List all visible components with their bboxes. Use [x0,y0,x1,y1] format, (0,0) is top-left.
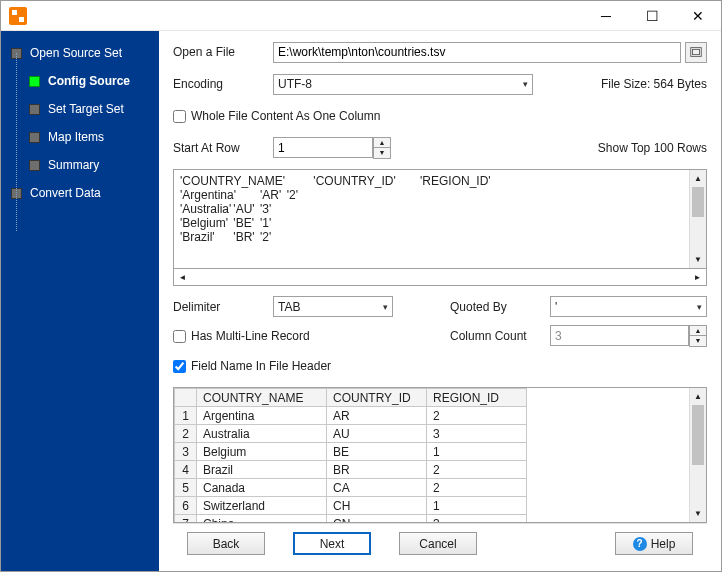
file-preview-content: 'COUNTRY_NAME' 'COUNTRY_ID' 'REGION_ID' … [174,170,689,268]
cancel-button[interactable]: Cancel [399,532,477,555]
sidebar-item-label: Set Target Set [48,102,124,116]
table-row[interactable]: 6SwitzerlandCH1 [175,497,527,515]
grid-cell[interactable]: Argentina [197,407,327,425]
whole-file-check-label: Whole File Content As One Column [191,109,380,123]
table-row[interactable]: 1ArgentinaAR2 [175,407,527,425]
grid-cell[interactable]: Switzerland [197,497,327,515]
grid-row-number: 6 [175,497,197,515]
table-row[interactable]: 4BrazilBR2 [175,461,527,479]
grid-cell[interactable]: Brazil [197,461,327,479]
start-row-input[interactable] [273,137,373,158]
delimiter-value: TAB [278,300,300,314]
open-file-input[interactable] [273,42,681,63]
back-button[interactable]: Back [187,532,265,555]
grid-cell[interactable]: 1 [427,443,527,461]
file-preview: 'COUNTRY_NAME' 'COUNTRY_ID' 'REGION_ID' … [173,169,707,269]
scroll-down-icon[interactable]: ▼ [690,251,706,268]
scroll-up-icon[interactable]: ▲ [690,170,706,187]
wizard-footer: Back Next Cancel ? Help [173,523,707,563]
grid-row-number: 3 [175,443,197,461]
table-row[interactable]: 3BelgiumBE1 [175,443,527,461]
next-button[interactable]: Next [293,532,371,555]
sidebar-item-label: Open Source Set [30,46,122,60]
scroll-up-icon[interactable]: ▲ [690,388,706,405]
chevron-down-icon: ▾ [523,79,528,89]
multi-line-check-input[interactable] [173,330,186,343]
scroll-thumb[interactable] [692,187,704,217]
sidebar-item-summary[interactable]: Summary [1,151,159,179]
grid-row-number: 1 [175,407,197,425]
sidebar-item-label: Map Items [48,130,104,144]
grid-cell[interactable]: Australia [197,425,327,443]
grid-cell[interactable]: CN [327,515,427,523]
sidebar-item-map-items[interactable]: Map Items [1,123,159,151]
help-button[interactable]: ? Help [615,532,693,555]
grid-cell[interactable]: AR [327,407,427,425]
grid-cell[interactable]: 1 [427,497,527,515]
grid-cell[interactable]: Belgium [197,443,327,461]
grid-corner [175,389,197,407]
sidebar-item-convert-data[interactable]: Convert Data [1,179,159,207]
show-top-rows-label: Show Top 100 Rows [598,141,707,155]
maximize-button[interactable]: ☐ [629,1,675,31]
browse-file-button[interactable] [685,42,707,63]
table-row[interactable]: 5CanadaCA2 [175,479,527,497]
start-row-spinner[interactable]: ▲▼ [373,137,391,159]
grid-header[interactable]: COUNTRY_ID [327,389,427,407]
grid-cell[interactable]: Canada [197,479,327,497]
quoted-by-value: ' [555,300,557,314]
field-header-checkbox[interactable]: Field Name In File Header [173,359,331,373]
grid-cell[interactable]: 2 [427,407,527,425]
spin-down-icon[interactable]: ▼ [374,148,390,158]
titlebar: ─ ☐ ✕ [1,1,721,31]
grid-cell[interactable]: 3 [427,515,527,523]
grid-cell[interactable]: CA [327,479,427,497]
field-header-check-input[interactable] [173,360,186,373]
grid-header[interactable]: COUNTRY_NAME [197,389,327,407]
sidebar-item-config-source[interactable]: Config Source [1,67,159,95]
delimiter-label: Delimiter [173,300,273,314]
scroll-right-icon[interactable]: ► [689,269,706,285]
square-node-active-icon [29,76,40,87]
spin-up-icon[interactable]: ▲ [374,138,390,148]
encoding-label: Encoding [173,77,273,91]
grid-row-number: 4 [175,461,197,479]
grid-cell[interactable]: 3 [427,425,527,443]
sidebar-item-open-source-set[interactable]: Open Source Set [1,39,159,67]
scroll-down-icon[interactable]: ▼ [690,505,706,522]
sidebar-item-label: Summary [48,158,99,172]
grid-cell[interactable]: China [197,515,327,523]
column-count-input [550,325,689,346]
minimize-button[interactable]: ─ [583,1,629,31]
table-row[interactable]: 2AustraliaAU3 [175,425,527,443]
grid-row-number: 7 [175,515,197,523]
delimiter-select[interactable]: TAB ▾ [273,296,393,317]
close-button[interactable]: ✕ [675,1,721,31]
preview-vertical-scrollbar[interactable]: ▲ ▼ [689,170,706,268]
grid-vertical-scrollbar[interactable]: ▲ ▼ [689,388,706,522]
multi-line-checkbox[interactable]: Has Multi-Line Record [173,329,310,343]
grid-cell[interactable]: BE [327,443,427,461]
whole-file-check-input[interactable] [173,110,186,123]
file-size-label: File Size: 564 Bytes [601,77,707,91]
grid-cell[interactable]: AU [327,425,427,443]
whole-file-checkbox[interactable]: Whole File Content As One Column [173,109,380,123]
scroll-left-icon[interactable]: ◄ [174,269,191,285]
grid-cell[interactable]: BR [327,461,427,479]
grid-cell[interactable]: 2 [427,461,527,479]
grid-cell[interactable]: 2 [427,479,527,497]
sidebar-item-set-target-set[interactable]: Set Target Set [1,95,159,123]
quoted-by-select[interactable]: ' ▾ [550,296,707,317]
scroll-thumb[interactable] [692,405,704,465]
chevron-down-icon: ▾ [697,302,702,312]
grid-row-number: 2 [175,425,197,443]
data-grid[interactable]: COUNTRY_NAMECOUNTRY_IDREGION_ID1Argentin… [173,387,707,523]
wizard-sidebar: Open Source Set Config Source Set Target… [1,31,159,571]
grid-header[interactable]: REGION_ID [427,389,527,407]
column-count-label: Column Count [450,329,550,343]
grid-cell[interactable]: CH [327,497,427,515]
table-row[interactable]: 7ChinaCN3 [175,515,527,523]
quoted-by-label: Quoted By [450,300,550,314]
preview-horizontal-scrollbar[interactable]: ◄ ► [173,269,707,286]
encoding-select[interactable]: UTF-8 ▾ [273,74,533,95]
